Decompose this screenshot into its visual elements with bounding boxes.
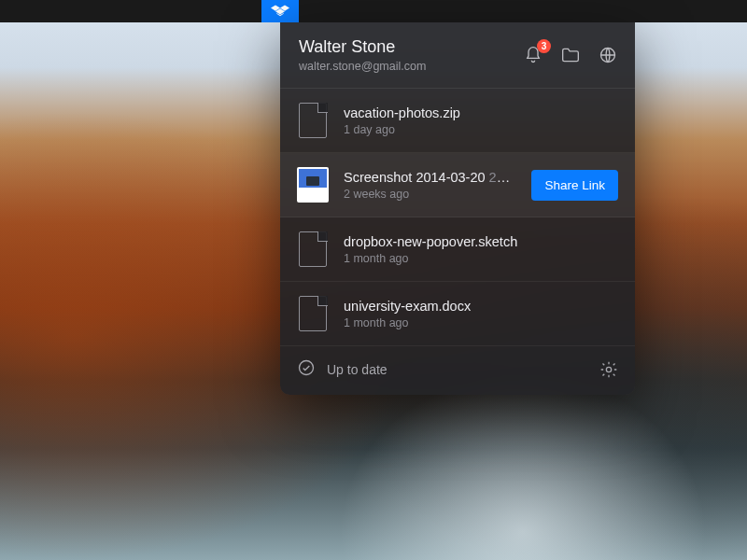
file-icon: [297, 294, 329, 333]
open-website-button[interactable]: [598, 45, 618, 65]
svg-point-6: [606, 367, 611, 371]
file-row[interactable]: vacation-photos.zip 1 day ago: [280, 89, 635, 153]
desktop-wallpaper: Walter Stone walter.stone@gmail.com 3: [0, 0, 747, 560]
macos-menubar: [0, 0, 747, 22]
file-row[interactable]: dropbox-new-popover.sketch 1 month ago: [280, 217, 635, 282]
open-folder-button[interactable]: [560, 45, 581, 65]
file-timestamp: 1 month ago: [344, 252, 618, 265]
account-name: Walter Stone: [299, 37, 523, 57]
file-name: dropbox-new-popover.sketch: [344, 234, 618, 249]
settings-button[interactable]: [599, 360, 618, 379]
notifications-button[interactable]: 3: [523, 45, 543, 65]
share-link-button[interactable]: Share Link: [531, 170, 618, 201]
file-name: Screenshot 2014-03-20 21.2…: [344, 170, 516, 185]
check-icon: [297, 358, 316, 381]
sync-status-text: Up to date: [327, 362, 388, 377]
file-thumbnail: [297, 165, 329, 204]
file-name: vacation-photos.zip: [344, 105, 618, 120]
dropbox-menubar-icon[interactable]: [261, 0, 299, 22]
recent-files-list: vacation-photos.zip 1 day ago Screenshot…: [280, 89, 635, 346]
notification-badge: 3: [537, 39, 551, 53]
account-email: walter.stone@gmail.com: [299, 60, 523, 73]
popover-footer: Up to date: [280, 346, 635, 395]
file-timestamp: 2 weeks ago: [344, 188, 516, 201]
svg-point-5: [300, 361, 314, 375]
file-icon: [297, 230, 329, 269]
file-timestamp: 1 month ago: [344, 316, 618, 329]
file-row[interactable]: Screenshot 2014-03-20 21.2… 2 weeks ago …: [280, 153, 635, 217]
dropbox-popover: Walter Stone walter.stone@gmail.com 3: [280, 22, 635, 395]
account-info: Walter Stone walter.stone@gmail.com: [299, 37, 523, 73]
file-timestamp: 1 day ago: [344, 123, 618, 136]
file-icon: [297, 101, 329, 140]
file-name: university-exam.docx: [344, 299, 618, 314]
file-row[interactable]: university-exam.docx 1 month ago: [280, 282, 635, 346]
popover-header: Walter Stone walter.stone@gmail.com 3: [280, 22, 635, 89]
